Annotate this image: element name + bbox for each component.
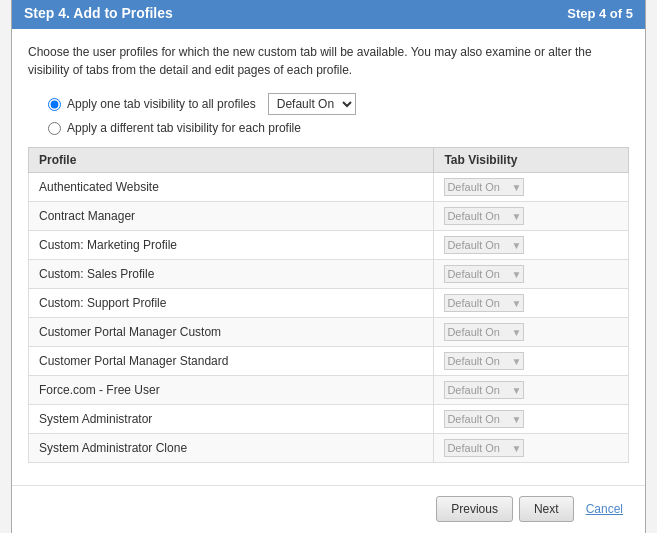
chevron-down-icon: ▼ [512,298,522,309]
table-row: Custom: Support ProfileDefault On▼ [29,289,629,318]
visibility-value: Default On [447,442,509,454]
table-row: Customer Portal Manager CustomDefault On… [29,318,629,347]
profile-name: Force.com - Free User [29,376,434,405]
profile-name: Custom: Marketing Profile [29,231,434,260]
profile-name: Contract Manager [29,202,434,231]
radio-all-label[interactable]: Apply one tab visibility to all profiles [67,97,256,111]
chevron-down-icon: ▼ [512,269,522,280]
profile-name: Custom: Support Profile [29,289,434,318]
table-row: System Administrator CloneDefault On▼ [29,434,629,463]
profile-name: Customer Portal Manager Standard [29,347,434,376]
visibility-disabled-select: Default On▼ [444,352,524,370]
table-row: System AdministratorDefault On▼ [29,405,629,434]
tab-visibility-cell: Default On▼ [434,405,629,434]
visibility-disabled-select: Default On▼ [444,381,524,399]
tab-visibility-cell: Default On▼ [434,347,629,376]
tab-visibility-cell: Default On▼ [434,376,629,405]
table-row: Contract ManagerDefault On▼ [29,202,629,231]
visibility-value: Default On [447,239,509,251]
chevron-down-icon: ▼ [512,240,522,251]
radio-row-each: Apply a different tab visibility for eac… [48,121,629,135]
global-visibility-select[interactable]: Default On Default Off Hidden [268,93,356,115]
tab-visibility-cell: Default On▼ [434,173,629,202]
table-row: Customer Portal Manager StandardDefault … [29,347,629,376]
tab-visibility-cell: Default On▼ [434,434,629,463]
wizard-step: Step 4 of 5 [567,6,633,21]
chevron-down-icon: ▼ [512,356,522,367]
visibility-value: Default On [447,384,509,396]
table-row: Force.com - Free UserDefault On▼ [29,376,629,405]
profile-name: Authenticated Website [29,173,434,202]
cancel-button[interactable]: Cancel [580,496,629,522]
next-button[interactable]: Next [519,496,574,522]
radio-each-profile[interactable] [48,122,61,135]
profile-name: Custom: Sales Profile [29,260,434,289]
visibility-disabled-select: Default On▼ [444,323,524,341]
visibility-value: Default On [447,268,509,280]
wizard-footer: Previous Next Cancel [12,485,645,533]
visibility-disabled-select: Default On▼ [444,236,524,254]
chevron-down-icon: ▼ [512,211,522,222]
profile-name: System Administrator [29,405,434,434]
tab-visibility-cell: Default On▼ [434,289,629,318]
col-profile: Profile [29,148,434,173]
visibility-value: Default On [447,297,509,309]
radio-all-profiles[interactable] [48,98,61,111]
wizard-body: Choose the user profiles for which the n… [12,29,645,485]
tab-visibility-cell: Default On▼ [434,318,629,347]
previous-button[interactable]: Previous [436,496,513,522]
profile-name: System Administrator Clone [29,434,434,463]
visibility-value: Default On [447,413,509,425]
tab-visibility-cell: Default On▼ [434,202,629,231]
wizard-container: Step 4. Add to Profiles Step 4 of 5 Choo… [11,0,646,533]
tab-visibility-cell: Default On▼ [434,231,629,260]
table-row: Custom: Sales ProfileDefault On▼ [29,260,629,289]
chevron-down-icon: ▼ [512,443,522,454]
visibility-value: Default On [447,355,509,367]
chevron-down-icon: ▼ [512,327,522,338]
wizard-description: Choose the user profiles for which the n… [28,43,629,79]
radio-each-label[interactable]: Apply a different tab visibility for eac… [67,121,301,135]
table-row: Custom: Marketing ProfileDefault On▼ [29,231,629,260]
chevron-down-icon: ▼ [512,385,522,396]
wizard-header: Step 4. Add to Profiles Step 4 of 5 [12,0,645,29]
wizard-title: Step 4. Add to Profiles [24,5,173,21]
visibility-disabled-select: Default On▼ [444,207,524,225]
tab-visibility-cell: Default On▼ [434,260,629,289]
visibility-value: Default On [447,181,509,193]
visibility-disabled-select: Default On▼ [444,410,524,428]
chevron-down-icon: ▼ [512,182,522,193]
profiles-table: Profile Tab Visibility Authenticated Web… [28,147,629,463]
radio-row-all: Apply one tab visibility to all profiles… [48,93,629,115]
visibility-disabled-select: Default On▼ [444,178,524,196]
col-visibility: Tab Visibility [434,148,629,173]
visibility-disabled-select: Default On▼ [444,294,524,312]
visibility-disabled-select: Default On▼ [444,439,524,457]
visibility-disabled-select: Default On▼ [444,265,524,283]
radio-section: Apply one tab visibility to all profiles… [28,93,629,135]
profile-name: Customer Portal Manager Custom [29,318,434,347]
table-row: Authenticated WebsiteDefault On▼ [29,173,629,202]
chevron-down-icon: ▼ [512,414,522,425]
visibility-value: Default On [447,326,509,338]
visibility-value: Default On [447,210,509,222]
